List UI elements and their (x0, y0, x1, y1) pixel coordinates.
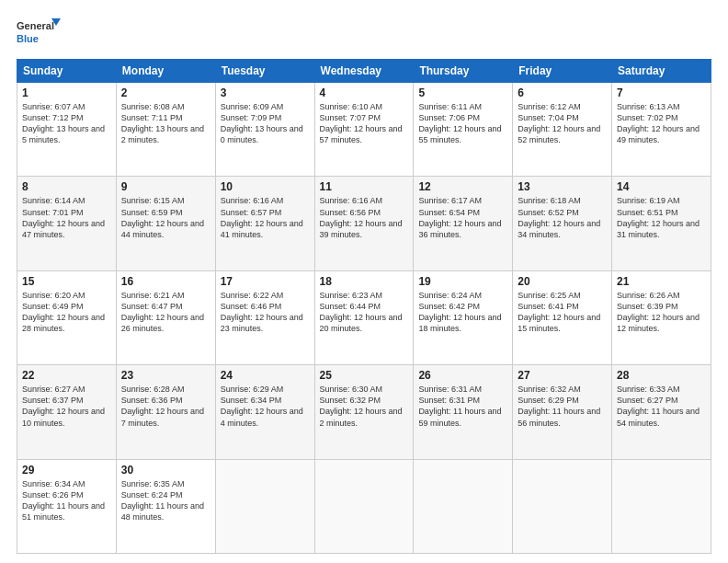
day-number: 27 (518, 369, 607, 382)
calendar-cell-r0c3: 4 Sunrise: 6:10 AMSunset: 7:07 PMDayligh… (314, 83, 414, 177)
day-info: Sunrise: 6:07 AMSunset: 7:12 PMDaylight:… (22, 102, 105, 144)
day-number: 25 (320, 369, 409, 382)
day-number: 21 (617, 275, 706, 288)
day-number: 10 (221, 180, 310, 193)
day-info: Sunrise: 6:23 AMSunset: 6:44 PMDaylight:… (320, 291, 403, 333)
day-info: Sunrise: 6:11 AMSunset: 7:06 PMDaylight:… (418, 102, 501, 144)
calendar-cell-r1c1: 9 Sunrise: 6:15 AMSunset: 6:59 PMDayligh… (116, 177, 215, 270)
day-info: Sunrise: 6:15 AMSunset: 6:59 PMDaylight:… (121, 196, 204, 238)
day-number: 23 (121, 369, 210, 382)
header-col-monday: Monday (116, 60, 215, 83)
day-number: 13 (518, 180, 607, 193)
day-number: 5 (418, 86, 507, 99)
calendar-week-3: 15 Sunrise: 6:20 AMSunset: 6:49 PMDaylig… (17, 270, 711, 364)
calendar-cell-r4c4 (414, 459, 513, 553)
day-number: 7 (617, 86, 706, 99)
day-number: 29 (22, 464, 111, 477)
calendar-week-4: 22 Sunrise: 6:27 AMSunset: 6:37 PMDaylig… (17, 365, 711, 459)
header-col-sunday: Sunday (17, 60, 117, 83)
calendar-cell-r1c5: 13 Sunrise: 6:18 AMSunset: 6:52 PMDaylig… (513, 177, 612, 270)
day-info: Sunrise: 6:18 AMSunset: 6:52 PMDaylight:… (518, 196, 600, 238)
calendar-cell-r4c5 (513, 459, 612, 553)
day-number: 14 (617, 180, 706, 193)
day-number: 28 (617, 369, 706, 382)
logo: General Blue (17, 17, 61, 50)
calendar-cell-r0c4: 5 Sunrise: 6:11 AMSunset: 7:06 PMDayligh… (414, 83, 513, 177)
calendar-cell-r1c2: 10 Sunrise: 6:16 AMSunset: 6:57 PMDaylig… (215, 177, 314, 270)
calendar-cell-r2c0: 15 Sunrise: 6:20 AMSunset: 6:49 PMDaylig… (17, 270, 117, 364)
day-info: Sunrise: 6:34 AMSunset: 6:26 PMDaylight:… (22, 479, 105, 522)
calendar-cell-r3c3: 25 Sunrise: 6:30 AMSunset: 6:32 PMDaylig… (314, 365, 414, 459)
day-info: Sunrise: 6:28 AMSunset: 6:36 PMDaylight:… (121, 385, 204, 427)
day-number: 22 (22, 369, 111, 382)
day-number: 6 (518, 86, 607, 99)
day-info: Sunrise: 6:10 AMSunset: 7:07 PMDaylight:… (320, 102, 403, 144)
calendar-cell-r3c1: 23 Sunrise: 6:28 AMSunset: 6:36 PMDaylig… (116, 365, 215, 459)
logo-svg: General Blue (17, 17, 61, 50)
day-number: 18 (320, 275, 409, 288)
calendar-cell-r2c2: 17 Sunrise: 6:22 AMSunset: 6:46 PMDaylig… (215, 270, 314, 364)
calendar-table: SundayMondayTuesdayWednesdayThursdayFrid… (17, 59, 711, 554)
calendar-cell-r4c3 (314, 459, 414, 553)
day-number: 17 (221, 275, 310, 288)
day-info: Sunrise: 6:08 AMSunset: 7:11 PMDaylight:… (121, 102, 204, 144)
day-number: 3 (221, 86, 310, 99)
calendar-cell-r2c1: 16 Sunrise: 6:21 AMSunset: 6:47 PMDaylig… (116, 270, 215, 364)
calendar-week-1: 1 Sunrise: 6:07 AMSunset: 7:12 PMDayligh… (17, 83, 711, 177)
calendar-cell-r4c2 (215, 459, 314, 553)
day-info: Sunrise: 6:32 AMSunset: 6:29 PMDaylight:… (518, 385, 600, 427)
header-col-wednesday: Wednesday (314, 60, 414, 83)
day-number: 19 (418, 275, 507, 288)
day-info: Sunrise: 6:17 AMSunset: 6:54 PMDaylight:… (418, 196, 501, 238)
day-number: 4 (320, 86, 409, 99)
calendar-cell-r0c5: 6 Sunrise: 6:12 AMSunset: 7:04 PMDayligh… (513, 83, 612, 177)
day-info: Sunrise: 6:24 AMSunset: 6:42 PMDaylight:… (418, 291, 501, 333)
calendar-cell-r3c4: 26 Sunrise: 6:31 AMSunset: 6:31 PMDaylig… (414, 365, 513, 459)
calendar-cell-r3c6: 28 Sunrise: 6:33 AMSunset: 6:27 PMDaylig… (612, 365, 711, 459)
header-col-friday: Friday (513, 60, 612, 83)
calendar-cell-r3c5: 27 Sunrise: 6:32 AMSunset: 6:29 PMDaylig… (513, 365, 612, 459)
calendar-cell-r3c0: 22 Sunrise: 6:27 AMSunset: 6:37 PMDaylig… (17, 365, 117, 459)
calendar-cell-r4c0: 29 Sunrise: 6:34 AMSunset: 6:26 PMDaylig… (17, 459, 117, 553)
day-info: Sunrise: 6:14 AMSunset: 7:01 PMDaylight:… (22, 196, 105, 238)
header: General Blue (17, 17, 711, 50)
day-info: Sunrise: 6:33 AMSunset: 6:27 PMDaylight:… (617, 385, 700, 427)
calendar-cell-r4c1: 30 Sunrise: 6:35 AMSunset: 6:24 PMDaylig… (116, 459, 215, 553)
day-number: 12 (418, 180, 507, 193)
day-number: 9 (121, 180, 210, 193)
calendar-cell-r2c4: 19 Sunrise: 6:24 AMSunset: 6:42 PMDaylig… (414, 270, 513, 364)
day-number: 1 (22, 86, 111, 99)
day-info: Sunrise: 6:12 AMSunset: 7:04 PMDaylight:… (518, 102, 600, 144)
calendar-week-5: 29 Sunrise: 6:34 AMSunset: 6:26 PMDaylig… (17, 459, 711, 553)
calendar-cell-r0c1: 2 Sunrise: 6:08 AMSunset: 7:11 PMDayligh… (116, 83, 215, 177)
day-info: Sunrise: 6:31 AMSunset: 6:31 PMDaylight:… (418, 385, 501, 427)
calendar-cell-r3c2: 24 Sunrise: 6:29 AMSunset: 6:34 PMDaylig… (215, 365, 314, 459)
calendar-cell-r0c6: 7 Sunrise: 6:13 AMSunset: 7:02 PMDayligh… (612, 83, 711, 177)
day-info: Sunrise: 6:22 AMSunset: 6:46 PMDaylight:… (221, 291, 303, 333)
day-info: Sunrise: 6:35 AMSunset: 6:24 PMDaylight:… (121, 479, 204, 522)
header-col-tuesday: Tuesday (215, 60, 314, 83)
day-info: Sunrise: 6:26 AMSunset: 6:39 PMDaylight:… (617, 291, 700, 333)
day-info: Sunrise: 6:13 AMSunset: 7:02 PMDaylight:… (617, 102, 700, 144)
day-number: 11 (320, 180, 409, 193)
calendar-cell-r2c5: 20 Sunrise: 6:25 AMSunset: 6:41 PMDaylig… (513, 270, 612, 364)
page: General Blue SundayMondayTuesdayWednesda… (0, 0, 728, 563)
day-info: Sunrise: 6:09 AMSunset: 7:09 PMDaylight:… (221, 102, 303, 144)
day-number: 2 (121, 86, 210, 99)
calendar-header-row: SundayMondayTuesdayWednesdayThursdayFrid… (17, 60, 711, 83)
calendar-cell-r0c2: 3 Sunrise: 6:09 AMSunset: 7:09 PMDayligh… (215, 83, 314, 177)
day-number: 24 (221, 369, 310, 382)
svg-text:General: General (17, 20, 54, 31)
header-col-saturday: Saturday (612, 60, 711, 83)
calendar-week-2: 8 Sunrise: 6:14 AMSunset: 7:01 PMDayligh… (17, 177, 711, 270)
day-info: Sunrise: 6:21 AMSunset: 6:47 PMDaylight:… (121, 291, 204, 333)
day-number: 30 (121, 464, 210, 477)
calendar-cell-r4c6 (612, 459, 711, 553)
day-number: 16 (121, 275, 210, 288)
calendar-cell-r2c6: 21 Sunrise: 6:26 AMSunset: 6:39 PMDaylig… (612, 270, 711, 364)
calendar-cell-r1c3: 11 Sunrise: 6:16 AMSunset: 6:56 PMDaylig… (314, 177, 414, 270)
day-info: Sunrise: 6:19 AMSunset: 6:51 PMDaylight:… (617, 196, 700, 238)
calendar-cell-r0c0: 1 Sunrise: 6:07 AMSunset: 7:12 PMDayligh… (17, 83, 117, 177)
day-number: 26 (418, 369, 507, 382)
calendar-cell-r1c6: 14 Sunrise: 6:19 AMSunset: 6:51 PMDaylig… (612, 177, 711, 270)
